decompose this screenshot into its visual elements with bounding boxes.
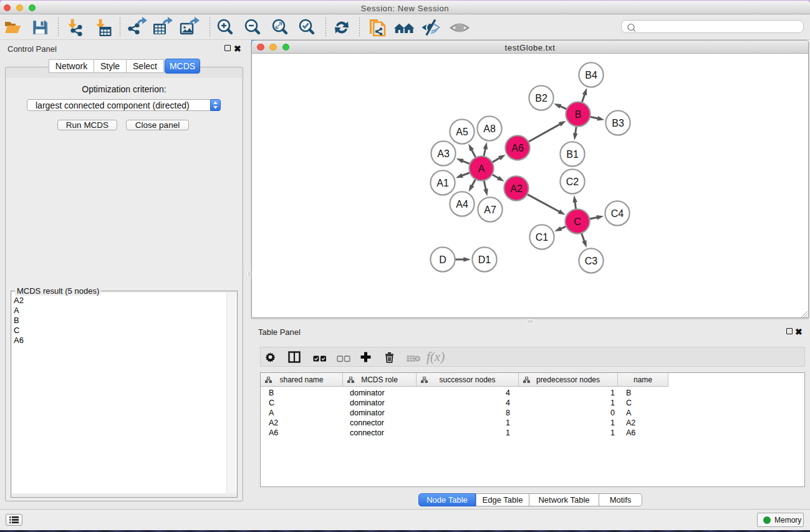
svg-text:A5: A5 [456, 127, 468, 137]
svg-text:B4: B4 [585, 70, 597, 80]
svg-text:B3: B3 [612, 118, 624, 128]
svg-text:C1: C1 [536, 232, 549, 243]
svg-text:B2: B2 [535, 93, 547, 104]
svg-text:D1: D1 [478, 254, 491, 265]
svg-text:A1: A1 [436, 178, 449, 188]
svg-text:A8: A8 [483, 123, 496, 134]
svg-text:A: A [478, 163, 485, 174]
svg-text:A6: A6 [511, 143, 524, 153]
svg-text:A7: A7 [484, 205, 496, 215]
svg-text:C3: C3 [585, 256, 598, 266]
svg-text:C2: C2 [566, 177, 579, 187]
svg-text:C: C [574, 216, 581, 227]
svg-text:A4: A4 [456, 199, 468, 210]
svg-text:A3: A3 [437, 148, 450, 159]
svg-text:C4: C4 [611, 208, 624, 219]
svg-text:B1: B1 [566, 149, 579, 160]
svg-text:D: D [439, 254, 446, 265]
svg-text:B: B [575, 109, 582, 120]
svg-text:A2: A2 [510, 183, 523, 194]
